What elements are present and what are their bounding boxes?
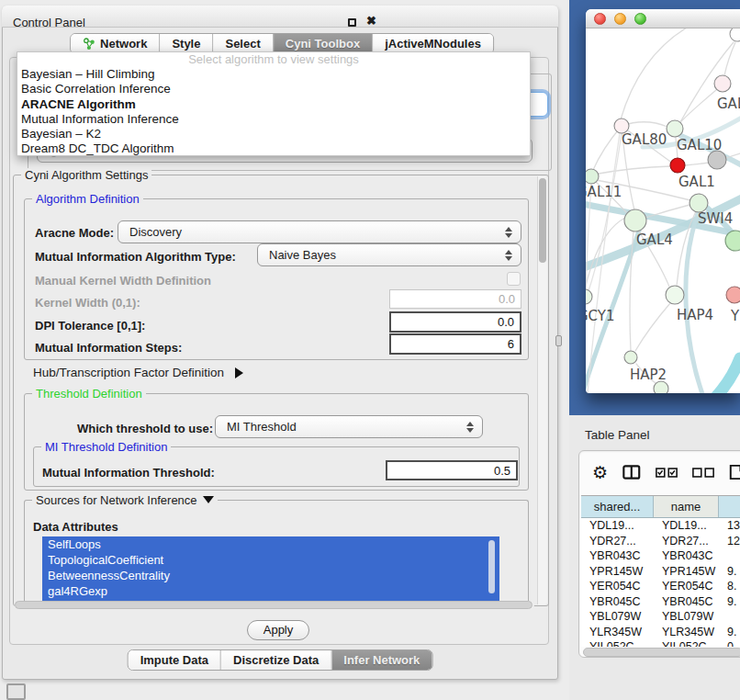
table-row[interactable]: YDL19...YDL19...13 [581,518,740,534]
attribute-item-betweennesscentrality[interactable]: BetweennessCentrality [42,568,499,583]
table-horizontal-scrollbar[interactable] [583,648,740,657]
mi-threshold-field[interactable]: 0.5 [386,460,518,480]
select-all-icon[interactable] [656,467,678,479]
network-node[interactable] [714,75,731,92]
tab-discretize-data[interactable]: Discretize Data [220,650,331,670]
tab-select[interactable]: Select [212,34,272,53]
minimize-window-icon[interactable] [614,13,626,25]
aracne-mode-combo[interactable]: Discovery [118,220,521,243]
network-node[interactable] [730,28,740,41]
table-cell: YER054C [581,579,654,594]
table-cell: YBR043C [654,548,719,564]
network-node[interactable] [670,158,685,173]
float-window-icon[interactable] [348,18,356,27]
dropdown-item-basic-correlation-inference[interactable]: Basic Correlation Inference [17,82,530,96]
panel-title: Control Panel [13,16,85,29]
control-panel-titlebar[interactable]: Control Panel ✖ [2,6,558,28]
panel-divider-handle[interactable] [555,335,562,346]
attribute-item-topologicalcoefficient[interactable]: TopologicalCoefficient [42,552,499,568]
data-attributes-label: Data Attributes [33,520,118,534]
dropdown-item-bayesian-k2[interactable]: Bayesian – K2 [17,127,530,141]
settings-gear-icon[interactable]: ⚙ [592,464,608,481]
dpi-tolerance-label: DPI Tolerance [0,1]: [35,319,145,333]
scrollbar-thumb[interactable] [15,601,533,609]
network-graph-canvas[interactable]: GALGAL80GAL10GAL1GAL11SWI4GAL4GCY1HAP4YH… [586,28,740,393]
hub-definition-label: Hub/Transcription Factor Definition [33,366,224,379]
tab-jactivemnodules[interactable]: jActiveMNodules [372,34,493,53]
expand-right-icon[interactable] [235,367,243,378]
table-cell: YDL19... [654,518,719,534]
dropdown-item-list: Bayesian – Hill ClimbingBasic Correlatio… [17,67,530,157]
attribute-item-selfloops[interactable]: SelfLoops [42,536,499,552]
table-row[interactable]: YBR045CYBR045C9. [581,594,740,610]
network-node[interactable] [708,151,726,169]
attribute-item-gal4rgexp[interactable]: gal4RGexp [42,583,499,599]
dropdown-item-aracne-algorithm[interactable]: ARACNE Algorithm [17,97,530,112]
table-row[interactable]: YBR043CYBR043C [581,548,740,564]
tab-infer-network[interactable]: Infer Network [331,650,432,670]
combo-spinner-icon [466,422,474,433]
tab-impute-data[interactable]: Impute Data [129,650,220,670]
tab-network[interactable]: Network [71,34,159,53]
split-columns-icon[interactable] [622,464,641,480]
kernel-width-field[interactable]: 0.0 [389,289,521,309]
collapsed-panel-button[interactable] [6,683,26,700]
zoom-window-icon[interactable] [634,13,646,25]
table-cell: YER054C [654,579,719,594]
settings-vertical-scrollbar[interactable] [537,176,547,604]
table-row[interactable]: YER054CYER054C8. [581,579,740,594]
table-cell: YDR27... [581,534,654,549]
tab-cyni-toolbox[interactable]: Cyni Toolbox [273,34,372,53]
table-row[interactable]: YBL079WYBL079W [581,609,740,625]
network-node[interactable] [667,120,683,137]
table-row[interactable]: YLR345WYLR345W9. [581,625,740,640]
network-node[interactable] [624,209,646,231]
settings-horizontal-scrollbar[interactable] [15,601,534,609]
network-node[interactable] [725,231,740,251]
tab-style[interactable]: Style [159,34,212,53]
data-attributes-list[interactable]: SelfLoopsTopologicalCoefficientBetweenne… [42,536,499,601]
close-panel-icon[interactable]: ✖ [366,14,376,28]
network-node[interactable] [726,287,740,303]
dropdown-item-dream8-dc-tdc-algorithm[interactable]: Dream8 DC_TDC Algorithm [17,141,530,156]
apply-button[interactable]: Apply [247,620,309,640]
close-window-icon[interactable] [594,13,606,25]
network-node[interactable] [586,289,592,304]
table-cell: YIL052C [654,639,719,647]
dropdown-item-bayesian-hill-climbing[interactable]: Bayesian – Hill Climbing [17,67,530,82]
attributes-list-scrollbar[interactable] [488,540,495,593]
which-threshold-combo[interactable]: MI Threshold [215,415,483,438]
network-node[interactable] [666,286,684,304]
network-window-titlebar[interactable] [586,9,740,28]
network-edge [681,90,716,121]
network-node[interactable] [624,351,637,364]
file-icon[interactable] [729,463,740,481]
table-row[interactable]: YIL052CYIL052C0. [581,639,740,647]
table-cell: YBR043C [581,548,654,564]
column-header-shared[interactable]: shared... [581,496,654,517]
column-header-extra[interactable] [719,496,740,517]
node-label: GAL11 [586,184,622,200]
mi-steps-field[interactable]: 6 [389,333,521,355]
network-view-window[interactable]: GALGAL80GAL10GAL1GAL11SWI4GAL4GCY1HAP4YH… [586,9,740,393]
scrollbar-thumb[interactable] [583,648,740,657]
network-node[interactable] [690,194,708,212]
mi-threshold-label: Mutual Information Threshold: [42,466,215,480]
table-row[interactable]: YDR27...YDR27...12 [581,534,740,549]
deselect-all-icon[interactable] [692,467,714,479]
manual-kernel-checkbox[interactable] [507,272,521,286]
column-header-name[interactable]: name [654,496,719,517]
scrollbar-thumb[interactable] [539,178,546,263]
table-cell: 9. [719,594,740,610]
node-label: GCY1 [586,308,615,324]
collapse-down-icon[interactable] [203,496,214,503]
tab-label: jActiveMNodules [385,37,481,51]
table-row[interactable]: YPR145WYPR145W9. [581,564,740,580]
network-node[interactable] [586,169,599,184]
node-label: GAL80 [622,131,667,148]
dropdown-item-mutual-information-inference[interactable]: Mutual Information Inference [17,112,530,127]
hub-definition-section[interactable]: Hub/Transcription Factor Definition [33,366,243,379]
algorithm-definition-title: Algorithm Definition [32,192,143,206]
mi-type-combo[interactable]: Naive Bayes [257,243,521,266]
dpi-tolerance-field[interactable]: 0.0 [389,311,521,333]
